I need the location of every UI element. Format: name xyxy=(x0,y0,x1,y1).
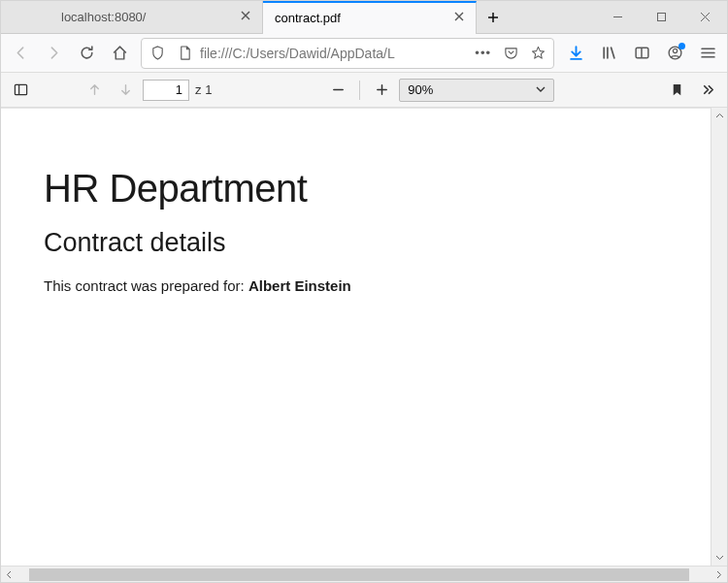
tab-strip: localhost:8080/ contract.pdf xyxy=(1,1,727,34)
forward-button[interactable] xyxy=(38,38,69,69)
svg-rect-0 xyxy=(658,14,666,21)
window-controls xyxy=(596,1,727,33)
scroll-thumb[interactable] xyxy=(29,568,689,581)
reload-button[interactable] xyxy=(71,38,102,69)
horizontal-scrollbar[interactable] xyxy=(1,566,727,582)
maximize-button[interactable] xyxy=(640,1,683,34)
tab-localhost[interactable]: localhost:8080/ xyxy=(50,1,263,33)
bookmark-star-icon[interactable] xyxy=(526,46,549,60)
scroll-right-icon[interactable] xyxy=(711,567,727,583)
vertical-scrollbar[interactable] xyxy=(711,108,727,566)
pocket-icon[interactable] xyxy=(499,46,522,60)
bookmark-ribbon-button[interactable] xyxy=(663,77,690,104)
intro-name: Albert Einstein xyxy=(248,277,351,294)
tab-label: localhost:8080/ xyxy=(61,10,237,24)
tabstrip-flex xyxy=(510,1,596,33)
close-window-button[interactable] xyxy=(683,1,727,34)
page-current: 1 xyxy=(176,82,182,97)
tab-contract-pdf[interactable]: contract.pdf xyxy=(263,1,477,33)
shield-icon[interactable] xyxy=(146,46,169,60)
zoom-value: 90% xyxy=(408,82,433,97)
toggle-sidebar-button[interactable] xyxy=(7,77,34,104)
tools-menu-button[interactable] xyxy=(694,77,721,104)
tab-label: contract.pdf xyxy=(275,11,450,25)
document-viewport[interactable]: HR Department Contract details This cont… xyxy=(1,108,711,566)
close-icon[interactable] xyxy=(450,11,468,25)
tabstrip-spacer xyxy=(1,1,50,33)
svg-rect-4 xyxy=(15,84,26,94)
scroll-left-icon[interactable] xyxy=(1,567,17,583)
zoom-out-button[interactable] xyxy=(324,77,351,104)
url-bar[interactable]: file:///C:/Users/Dawid/AppData/L ••• xyxy=(141,38,554,69)
document-icon[interactable] xyxy=(173,46,196,60)
close-icon[interactable] xyxy=(237,10,254,24)
home-button[interactable] xyxy=(104,38,135,69)
content-area: HR Department Contract details This cont… xyxy=(1,108,727,566)
minimize-button[interactable] xyxy=(596,1,640,34)
zoom-in-button[interactable] xyxy=(368,77,395,104)
page-of-label: z 1 xyxy=(193,82,215,97)
pdf-toolbar: 1 z 1 90% xyxy=(1,73,727,108)
chevron-down-icon xyxy=(536,82,546,97)
library-button[interactable] xyxy=(593,38,624,69)
account-button[interactable] xyxy=(659,38,690,69)
page-number-input[interactable]: 1 xyxy=(143,80,189,101)
notification-dot-icon xyxy=(678,43,685,49)
scroll-up-icon[interactable] xyxy=(711,108,727,124)
downloads-button[interactable] xyxy=(560,38,591,69)
browser-toolbar: file:///C:/Users/Dawid/AppData/L ••• xyxy=(1,34,727,73)
separator xyxy=(359,81,360,100)
page-actions-icon[interactable]: ••• xyxy=(471,46,495,60)
svg-point-3 xyxy=(673,49,677,52)
pdf-document: HR Department Contract details This cont… xyxy=(1,109,711,344)
url-text: file:///C:/Users/Dawid/AppData/L xyxy=(200,46,467,61)
sidebar-button[interactable] xyxy=(626,38,657,69)
page-down-button[interactable] xyxy=(112,77,139,104)
intro-prefix: This contract was prepared for: xyxy=(44,277,248,294)
app-menu-button[interactable] xyxy=(692,38,723,69)
back-button[interactable] xyxy=(5,38,36,69)
doc-paragraph: This contract was prepared for: Albert E… xyxy=(44,277,672,294)
page-up-button[interactable] xyxy=(81,77,108,104)
doc-heading-2: Contract details xyxy=(44,228,672,258)
zoom-select[interactable]: 90% xyxy=(399,79,554,102)
scroll-track[interactable] xyxy=(711,124,727,549)
scroll-track[interactable] xyxy=(17,567,711,582)
new-tab-button[interactable] xyxy=(477,1,510,33)
doc-heading-1: HR Department xyxy=(44,167,672,211)
scroll-down-icon[interactable] xyxy=(711,549,727,566)
